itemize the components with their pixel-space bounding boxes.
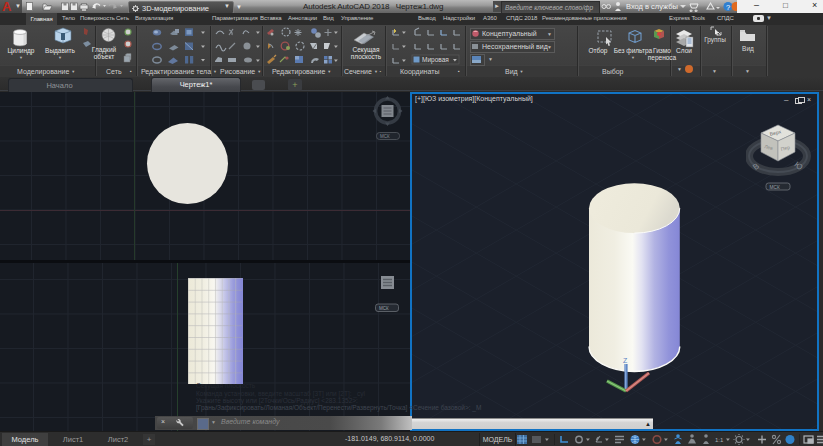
svg-text:МСК: МСК xyxy=(770,185,780,190)
svg-text:Z: Z xyxy=(623,357,628,364)
svg-text:Вход в службы: Вход в службы xyxy=(626,2,678,11)
svg-text:Мировая: Мировая xyxy=(422,56,449,64)
svg-text:МСК: МСК xyxy=(379,306,389,311)
svg-text:МСК: МСК xyxy=(380,134,390,139)
svg-text:?: ? xyxy=(726,3,730,12)
svg-text:1:1: 1:1 xyxy=(715,437,724,443)
